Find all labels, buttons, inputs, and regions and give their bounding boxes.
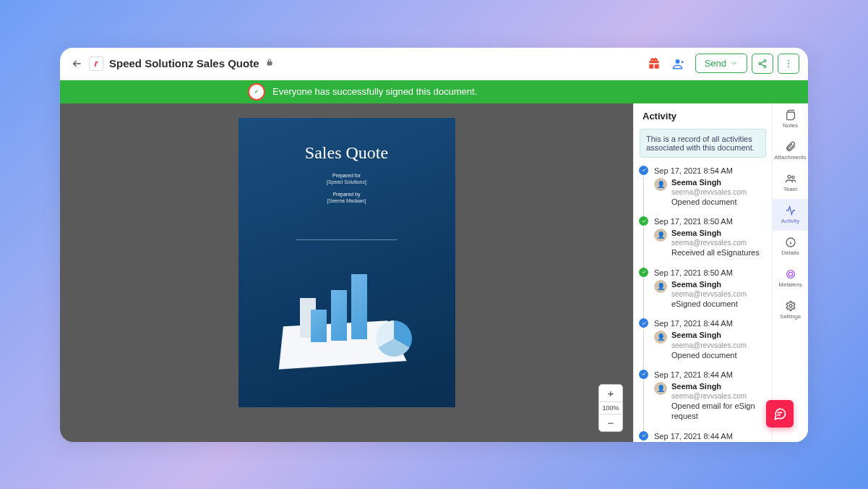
prepared-by-value: [Seema Madaan] <box>239 198 455 203</box>
gear-icon <box>785 300 796 312</box>
attachment-icon <box>785 141 796 153</box>
zoom-out-button[interactable]: − <box>599 414 622 431</box>
svg-point-0 <box>675 59 679 64</box>
activity-header: Activity <box>634 103 772 129</box>
share-button[interactable] <box>752 54 773 74</box>
activity-user-name: Seema Singh <box>671 228 760 238</box>
document-title: Speed Solutionz Sales Quote <box>109 57 259 69</box>
activity-item[interactable]: Sep 17, 2021 8:54 AM 👤 Seema Singh seema… <box>643 163 769 215</box>
activity-user-name: Seema Singh <box>671 330 747 340</box>
check-icon <box>639 318 648 328</box>
activity-user-email: seema@revvsales.com <box>671 391 769 401</box>
rail-details[interactable]: Details <box>773 231 808 263</box>
team-icon <box>785 173 796 184</box>
zoom-controls: + 100% − <box>598 384 623 432</box>
send-button[interactable]: Send <box>695 54 747 73</box>
activity-action: eSigned document <box>671 299 747 309</box>
zoom-level: 100% <box>599 401 622 414</box>
right-rail: Notes Attachments Team Activity Details … <box>772 103 808 442</box>
gift-icon[interactable] <box>645 54 663 73</box>
more-vertical-icon <box>783 59 794 69</box>
activity-user-name: Seema Singh <box>671 279 747 289</box>
check-icon <box>639 166 648 175</box>
activity-time: Sep 17, 2021 8:44 AM <box>654 432 769 441</box>
success-banner: ✓ Everyone has successfully signed this … <box>60 80 808 103</box>
avatar: 👤 <box>654 331 667 344</box>
rail-activity-label: Activity <box>781 218 799 224</box>
chart-illustration <box>260 284 434 393</box>
divider <box>296 239 398 240</box>
rail-attachments-label: Attachments <box>774 154 806 161</box>
avatar: 👤 <box>654 229 667 242</box>
back-button[interactable] <box>69 55 86 72</box>
check-icon <box>639 216 648 226</box>
share-icon <box>757 59 768 69</box>
svg-point-10 <box>786 271 794 278</box>
activity-item[interactable]: Sep 17, 2021 8:50 AM 👤 Seema Singh seema… <box>643 214 769 265</box>
rail-settings[interactable]: Settings <box>773 294 808 326</box>
signed-badge-icon: ✓ <box>248 83 265 101</box>
activity-description: This is a record of all activities assoc… <box>640 129 766 158</box>
avatar: 👤 <box>654 178 667 191</box>
check-icon <box>639 431 648 441</box>
prepared-by-label: Prepared by <box>239 192 455 197</box>
info-icon <box>785 237 796 248</box>
notes-icon <box>785 109 796 121</box>
activity-time: Sep 17, 2021 8:50 AM <box>654 217 769 226</box>
add-user-icon[interactable] <box>669 54 688 73</box>
app-window: r Speed Solutionz Sales Quote Send ✓ Eve… <box>60 48 808 442</box>
activity-item[interactable]: Sep 17, 2021 8:50 AM 👤 Seema Singh seema… <box>643 265 769 317</box>
rail-team-label: Team <box>783 186 798 192</box>
banner-text: Everyone has successfully signed this do… <box>272 86 477 97</box>
avatar: 👤 <box>654 382 667 395</box>
chat-icon <box>773 407 787 421</box>
rail-team[interactable]: Team <box>773 167 808 199</box>
activity-action: Opened document <box>671 197 747 207</box>
activity-user-email: seema@revvsales.com <box>671 341 747 350</box>
activity-item[interactable]: Sep 17, 2021 8:44 AM 👤 Seema Singh seema… <box>643 316 769 367</box>
activity-time: Sep 17, 2021 8:54 AM <box>654 166 769 175</box>
avatar: 👤 <box>654 280 667 293</box>
document-page: Sales Quote Prepared for [Speed Solution… <box>239 118 455 407</box>
svg-point-4 <box>788 59 789 61</box>
activity-time: Sep 17, 2021 8:44 AM <box>654 370 769 379</box>
activity-user-email: seema@revvsales.com <box>671 187 747 197</box>
svg-point-5 <box>788 63 789 64</box>
rail-notes-label: Notes <box>783 122 798 129</box>
svg-point-12 <box>789 305 792 307</box>
activity-user-email: seema@revvsales.com <box>671 238 760 247</box>
rail-attachments[interactable]: Attachments <box>773 135 808 167</box>
activity-user-name: Seema Singh <box>671 177 747 187</box>
more-options-button[interactable] <box>778 54 799 74</box>
activity-action: Opened email for eSign request <box>671 401 769 422</box>
activity-item[interactable]: Sep 17, 2021 8:44 AM <box>643 429 769 442</box>
activity-time: Sep 17, 2021 8:50 AM <box>654 268 769 277</box>
activity-panel: Activity This is a record of all activit… <box>633 103 772 442</box>
rail-details-label: Details <box>781 250 799 256</box>
page-title: Sales Quote <box>239 143 455 163</box>
svg-point-8 <box>791 176 794 178</box>
topbar: r Speed Solutionz Sales Quote Send <box>60 48 808 80</box>
svg-point-7 <box>788 175 791 178</box>
zoom-in-button[interactable]: + <box>599 385 622 401</box>
svg-point-11 <box>788 272 792 276</box>
activity-icon <box>785 205 796 216</box>
lock-icon <box>265 58 274 69</box>
prepared-for-label: Prepared for <box>239 173 455 178</box>
document-viewer[interactable]: Sales Quote Prepared for [Speed Solution… <box>60 103 633 442</box>
prepared-for-value: [Speed Solutionz] <box>239 179 455 184</box>
app-logo-icon: r <box>89 56 103 71</box>
rail-notes[interactable]: Notes <box>773 103 808 135</box>
send-button-label: Send <box>705 58 726 69</box>
rail-metalens[interactable]: Metalens <box>773 263 808 294</box>
rail-activity[interactable]: Activity <box>773 199 808 231</box>
check-icon <box>639 268 648 277</box>
svg-point-6 <box>788 66 789 67</box>
activity-user-name: Seema Singh <box>671 381 769 391</box>
activity-list[interactable]: Sep 17, 2021 8:54 AM 👤 Seema Singh seema… <box>634 163 772 442</box>
activity-action: Opened document <box>671 350 747 360</box>
activity-item[interactable]: Sep 17, 2021 8:44 AM 👤 Seema Singh seema… <box>643 367 769 429</box>
rail-metalens-label: Metalens <box>778 281 802 288</box>
chat-fab[interactable] <box>766 400 794 428</box>
activity-time: Sep 17, 2021 8:44 AM <box>654 319 769 328</box>
